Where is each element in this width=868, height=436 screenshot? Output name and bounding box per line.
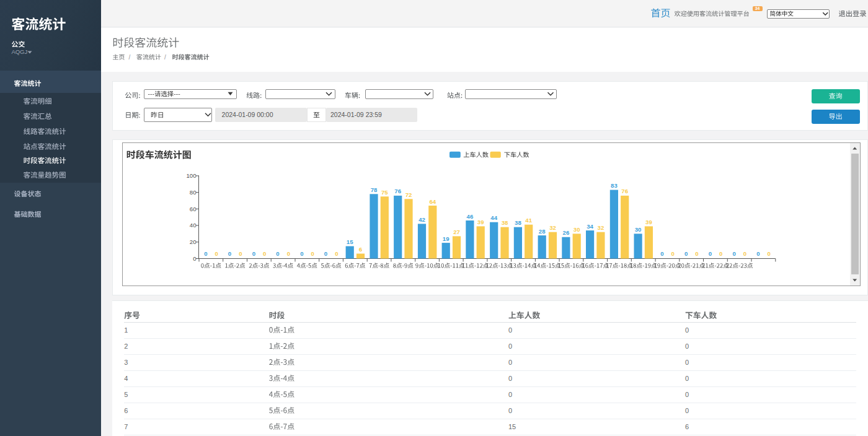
svg-text:0: 0: [508, 375, 512, 382]
svg-text:32: 32: [598, 224, 604, 231]
svg-text:0: 0: [263, 250, 266, 257]
svg-text:0: 0: [709, 250, 712, 257]
svg-text:20: 20: [190, 238, 197, 245]
svg-text:0: 0: [685, 359, 689, 366]
svg-text:1: 1: [124, 326, 128, 334]
svg-text:0: 0: [508, 407, 512, 414]
svg-text:0: 0: [287, 250, 290, 257]
svg-text:0: 0: [660, 250, 663, 257]
svg-text:0: 0: [685, 326, 689, 334]
svg-text:0: 0: [335, 250, 338, 257]
svg-text:0: 0: [695, 250, 698, 257]
svg-text:83: 83: [611, 182, 618, 189]
svg-text:0: 0: [215, 250, 218, 257]
svg-text:38: 38: [502, 219, 508, 226]
svg-text:32: 32: [549, 224, 556, 231]
svg-text:41: 41: [525, 217, 532, 224]
svg-text:0: 0: [204, 250, 207, 257]
svg-text:30: 30: [574, 226, 580, 233]
svg-text:0: 0: [719, 250, 722, 257]
svg-text:2: 2: [124, 342, 128, 350]
svg-text:39: 39: [645, 219, 652, 225]
svg-text:15: 15: [508, 423, 516, 430]
svg-text:AQGJ: AQGJ: [11, 48, 27, 55]
svg-text:60: 60: [190, 206, 197, 212]
svg-text:39: 39: [477, 219, 484, 225]
svg-text:44: 44: [490, 214, 497, 221]
svg-text:34: 34: [587, 223, 593, 230]
svg-text:6: 6: [124, 407, 128, 414]
svg-text:0: 0: [228, 250, 231, 257]
svg-text:0: 0: [732, 250, 735, 257]
svg-text:2024-01-09 23:59: 2024-01-09 23:59: [330, 111, 382, 118]
svg-text:0: 0: [756, 250, 760, 257]
svg-text:0: 0: [685, 407, 689, 414]
svg-text:/: /: [164, 54, 166, 61]
svg-text:26: 26: [563, 229, 570, 236]
svg-text:19: 19: [443, 235, 450, 242]
svg-text:0: 0: [300, 250, 303, 257]
svg-text:3: 3: [124, 359, 128, 366]
svg-text:0: 0: [508, 342, 512, 350]
svg-text:4: 4: [124, 375, 128, 382]
svg-text:72: 72: [405, 191, 412, 198]
svg-text:46: 46: [467, 213, 474, 220]
svg-text:0: 0: [685, 391, 689, 398]
svg-text:76: 76: [394, 188, 401, 194]
svg-text:15: 15: [347, 238, 353, 245]
svg-text:42: 42: [418, 216, 425, 223]
svg-text:0: 0: [324, 250, 327, 257]
svg-text:100: 100: [186, 172, 196, 179]
svg-text:6: 6: [685, 423, 689, 430]
svg-text:7: 7: [124, 423, 128, 430]
svg-text:5: 5: [124, 391, 128, 398]
svg-text:0: 0: [276, 250, 279, 257]
svg-text:0: 0: [508, 326, 512, 334]
svg-text:40: 40: [190, 222, 197, 229]
svg-text:78: 78: [371, 186, 378, 193]
svg-text:0: 0: [685, 375, 689, 382]
svg-text:34: 34: [755, 6, 760, 11]
svg-text:64: 64: [429, 198, 436, 205]
svg-text:6: 6: [359, 246, 362, 253]
svg-text:0: 0: [508, 359, 512, 366]
svg-text:0: 0: [239, 250, 242, 257]
svg-text:0: 0: [767, 250, 770, 257]
svg-text:0: 0: [671, 250, 675, 257]
svg-text:/: /: [128, 54, 130, 61]
svg-text:0: 0: [193, 255, 196, 262]
svg-text:0: 0: [743, 250, 746, 257]
svg-text:0: 0: [252, 250, 255, 257]
svg-text:0: 0: [684, 250, 688, 257]
svg-text:27: 27: [453, 229, 460, 235]
svg-text:2024-01-09 00:00: 2024-01-09 00:00: [222, 111, 273, 118]
svg-text:0: 0: [508, 391, 512, 398]
svg-text:30: 30: [635, 226, 642, 233]
svg-text:75: 75: [381, 189, 388, 196]
svg-text:0: 0: [311, 250, 314, 257]
svg-text:80: 80: [190, 189, 197, 196]
svg-text:76: 76: [621, 188, 628, 194]
svg-text:38: 38: [515, 219, 521, 226]
svg-text:28: 28: [539, 228, 546, 235]
svg-text:0: 0: [685, 342, 689, 350]
